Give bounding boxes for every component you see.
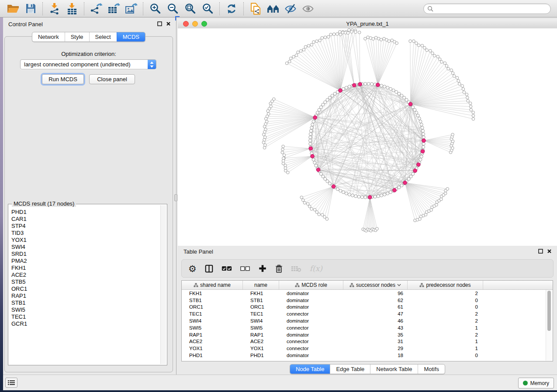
mcds-result-item[interactable]: YOX1 [11, 237, 160, 244]
export-image-icon[interactable] [124, 1, 138, 16]
show-columns-icon[interactable] [205, 265, 213, 273]
mcds-result-item[interactable]: SWI4 [11, 244, 160, 251]
share-document-icon[interactable] [248, 1, 263, 16]
mcds-result-item[interactable]: SRD1 [11, 251, 160, 258]
tab-node-table[interactable]: Node Table [290, 364, 330, 374]
open-file-icon[interactable] [6, 1, 21, 16]
column-header-MCDS-role[interactable]: MCDS role [279, 281, 343, 289]
tab-motifs[interactable]: Motifs [418, 364, 445, 374]
main-toolbar [0, 0, 557, 17]
memory-button[interactable]: Memory [518, 378, 554, 389]
table-cell: RAP1 [182, 332, 243, 337]
mcds-result-item[interactable]: FKH1 [11, 265, 160, 272]
table-row[interactable]: PHD1PHD1dominator180 [182, 352, 553, 359]
tab-network-table[interactable]: Network Table [370, 364, 418, 374]
tab-mcds[interactable]: MCDS [117, 32, 145, 41]
network-overview-icon[interactable] [266, 1, 280, 16]
table-cell: 43 [343, 325, 408, 330]
mcds-result-item[interactable]: STB5 [11, 279, 160, 285]
add-column-icon[interactable] [258, 264, 267, 273]
mcds-result-item[interactable]: ACE2 [11, 272, 160, 279]
table-row[interactable]: TEC1TEC1connector472 [182, 310, 553, 317]
delete-table-icon [291, 265, 301, 272]
tab-style[interactable]: Style [65, 32, 89, 41]
table-scrollbar-thumb[interactable] [547, 291, 551, 331]
table-cell: dominator [279, 318, 343, 323]
save-session-icon[interactable] [23, 1, 38, 16]
close-panel-icon[interactable] [166, 21, 171, 26]
float-panel-icon[interactable] [157, 21, 162, 26]
table-row[interactable]: ORC1ORC1dominator610 [182, 304, 553, 311]
column-header-predecessor-nodes[interactable]: predecessor nodes [408, 281, 483, 289]
zoom-out-icon[interactable] [165, 1, 180, 16]
memory-status-dot [523, 381, 528, 385]
export-network-icon[interactable] [89, 1, 104, 16]
node-table[interactable]: shared namenameMCDS rolesuccessor nodesp… [181, 280, 553, 361]
table-row[interactable]: FKH1FKH1dominator962 [182, 290, 553, 297]
column-header-shared-name[interactable]: shared name [182, 281, 243, 289]
tab-select[interactable]: Select [89, 32, 117, 41]
toolbar-separator [243, 2, 244, 15]
tab-network[interactable]: Network [32, 32, 65, 41]
hide-graphics-details-icon[interactable] [283, 1, 298, 16]
mcds-result-item[interactable]: PMA2 [11, 258, 160, 265]
mcds-result-item[interactable]: RAP1 [11, 292, 160, 299]
table-cell: 29 [343, 346, 408, 351]
mcds-result-item[interactable]: ORC1 [11, 285, 160, 292]
float-panel-icon[interactable] [538, 249, 543, 254]
column-header-successor-nodes[interactable]: successor nodes [343, 281, 408, 289]
column-header-name[interactable]: name [243, 281, 279, 289]
run-mcds-button[interactable]: Run MCDS [42, 74, 84, 84]
zoom-selected-icon[interactable] [200, 1, 215, 16]
panel-splitter[interactable] [174, 17, 178, 375]
splitter-handle[interactable] [174, 194, 177, 201]
criterion-dropdown[interactable]: largest connected component (undirected) [20, 59, 156, 69]
network-view-canvas[interactable] [178, 28, 557, 246]
mcds-result-item[interactable]: GCR1 [11, 320, 160, 327]
zoom-fit-icon[interactable] [183, 1, 197, 16]
column-header-filler [483, 281, 553, 289]
table-cell: 31 [343, 339, 408, 344]
mcds-result-item[interactable]: TEC1 [11, 313, 160, 320]
delete-columns-icon[interactable] [275, 264, 283, 273]
close-panel-button[interactable]: Close panel [89, 74, 135, 84]
table-row[interactable]: RAP1RAP1dominator352 [182, 331, 553, 338]
table-cell: dominator [279, 298, 343, 303]
table-row[interactable]: ACE2ACE2connector311 [182, 338, 553, 345]
table-row[interactable]: SWI4SWI4dominator462 [182, 317, 553, 324]
table-row[interactable]: SWI5SWI5connector431 [182, 324, 553, 331]
table-cell: 18 [343, 353, 408, 358]
show-panels-list-button[interactable] [5, 378, 17, 388]
mcds-tab-content: Optimization criterion: largest connecte… [4, 36, 173, 372]
table-options-gear-icon[interactable]: ⚙ [188, 264, 197, 273]
minimize-window-button[interactable] [192, 21, 198, 27]
mcds-result-item[interactable]: PHD1 [11, 209, 160, 216]
refresh-icon[interactable] [224, 1, 239, 16]
table-cell: 96 [343, 291, 408, 296]
mcds-result-item[interactable]: TID3 [11, 230, 160, 237]
mcds-result-item[interactable]: STP4 [11, 223, 160, 230]
table-cell: ACE2 [243, 339, 279, 344]
table-row[interactable]: STB1STB1dominator620 [182, 297, 553, 304]
table-cell: connector [279, 339, 343, 344]
mcds-result-item[interactable]: SWI5 [11, 306, 160, 313]
mcds-result-item[interactable]: STB1 [11, 299, 160, 306]
deselect-all-rows-icon[interactable] [240, 266, 250, 271]
search-box[interactable] [423, 3, 551, 14]
table-row[interactable]: YOX1YOX1connector291 [182, 345, 553, 352]
import-network-icon[interactable] [47, 1, 62, 16]
search-input[interactable] [436, 5, 547, 12]
close-window-button[interactable] [183, 21, 189, 27]
mcds-list-scrollbar[interactable] [160, 205, 166, 364]
table-cell: SWI4 [182, 318, 243, 323]
table-scrollbar[interactable] [546, 290, 552, 361]
select-all-rows-icon[interactable] [221, 266, 232, 272]
zoom-window-button[interactable] [201, 21, 207, 27]
tab-edge-table[interactable]: Edge Table [330, 364, 370, 374]
mcds-result-item[interactable]: CAR1 [11, 216, 160, 223]
import-table-icon[interactable] [65, 1, 80, 16]
close-panel-icon[interactable] [547, 249, 552, 254]
show-graphics-details-icon[interactable] [301, 1, 315, 16]
zoom-in-icon[interactable] [148, 1, 163, 16]
export-table-icon[interactable] [106, 1, 121, 16]
